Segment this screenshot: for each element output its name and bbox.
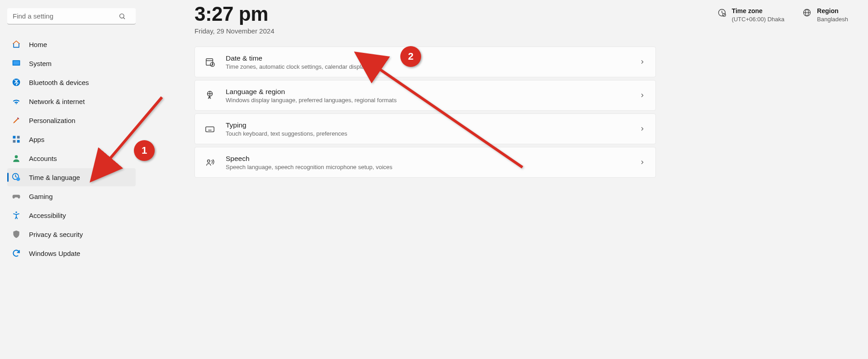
clock-date: Friday, 29 November 2024 [194, 27, 274, 35]
card-sub: Windows display language, preferred lang… [226, 97, 639, 104]
nav-label: Gaming [29, 193, 53, 200]
region-value: Bangladesh [817, 16, 848, 23]
sidebar-item-bluetooth[interactable]: Bluetooth & devices [7, 73, 136, 91]
nav-label: Time & language [29, 174, 80, 181]
bluetooth-icon [12, 78, 21, 87]
wifi-icon [12, 97, 21, 106]
sidebar-item-home[interactable]: Home [7, 35, 136, 53]
svg-rect-17 [206, 59, 213, 66]
svg-point-0 [120, 14, 124, 18]
person-icon [12, 154, 21, 163]
main: 3:27 pm Friday, 29 November 2024 Time zo… [143, 0, 868, 359]
nav-label: Network & internet [29, 98, 85, 105]
card-title: Date & time [226, 54, 639, 62]
nav-label: Accounts [29, 155, 57, 162]
clock: 3:27 pm Friday, 29 November 2024 [194, 4, 274, 35]
speech-icon [205, 157, 215, 167]
sidebar-item-privacy[interactable]: Privacy & security [7, 225, 136, 243]
chevron-right-icon [639, 92, 645, 99]
card-title: Speech [226, 155, 639, 163]
brush-icon [12, 116, 21, 125]
nav-label: Windows Update [29, 250, 80, 257]
sidebar-item-time-language[interactable]: Time & language [7, 168, 136, 186]
svg-rect-3 [13, 61, 19, 65]
shield-icon [12, 230, 21, 239]
header: 3:27 pm Friday, 29 November 2024 Time zo… [194, 4, 848, 35]
language-icon [205, 90, 215, 100]
card-date-time[interactable]: Date & time Time zones, automatic clock … [194, 47, 656, 77]
card-typing[interactable]: Typing Touch keyboard, text suggestions,… [194, 113, 656, 144]
gamepad-icon [12, 192, 21, 201]
nav-label: Home [29, 41, 47, 48]
sidebar-item-system[interactable]: System [7, 54, 136, 72]
timezone-label: Time zone [732, 7, 785, 15]
header-timezone[interactable]: Time zone (UTC+06:00) Dhaka [717, 7, 785, 23]
nav-label: Bluetooth & devices [29, 79, 89, 86]
timezone-value: (UTC+06:00) Dhaka [732, 16, 785, 23]
nav-label: Personalization [29, 117, 76, 124]
card-title: Language & region [226, 88, 639, 96]
region-label: Region [817, 7, 848, 15]
cards: Date & time Time zones, automatic clock … [194, 47, 848, 178]
svg-rect-5 [13, 136, 16, 139]
svg-point-12 [15, 212, 17, 213]
svg-rect-8 [17, 140, 20, 143]
card-language-region[interactable]: Language & region Windows display langua… [194, 80, 656, 111]
sidebar-item-update[interactable]: Windows Update [7, 244, 136, 262]
nav-label: Accessibility [29, 212, 66, 219]
svg-line-1 [123, 18, 125, 19]
chevron-right-icon [639, 126, 645, 132]
nav-label: Apps [29, 136, 44, 143]
svg-rect-20 [206, 127, 214, 132]
clock-time: 3:27 pm [194, 4, 274, 24]
header-region[interactable]: Region Bangladesh [802, 7, 848, 23]
sidebar-item-gaming[interactable]: Gaming [7, 187, 136, 205]
card-speech[interactable]: Speech Speech language, speech recogniti… [194, 147, 656, 178]
search-wrap [7, 8, 136, 24]
annotation-badge-1: 1 [134, 140, 155, 161]
card-sub: Speech language, speech recognition micr… [226, 164, 639, 170]
annotation-badge-2: 2 [400, 46, 421, 67]
sidebar-item-network[interactable]: Network & internet [7, 92, 136, 110]
system-icon [12, 59, 21, 68]
sidebar-item-accounts[interactable]: Accounts [7, 149, 136, 167]
sidebar-item-apps[interactable]: Apps [7, 130, 136, 148]
nav-label: System [29, 60, 52, 67]
svg-point-9 [15, 155, 18, 158]
search-input[interactable] [7, 8, 136, 24]
chevron-right-icon [639, 159, 645, 165]
accessibility-icon [12, 211, 21, 220]
nav: Home System Bluetooth & devices Network … [7, 35, 136, 262]
svg-rect-7 [13, 140, 16, 143]
sidebar: Home System Bluetooth & devices Network … [0, 0, 143, 359]
nav-label: Privacy & security [29, 231, 83, 238]
svg-point-11 [16, 177, 20, 181]
home-icon [12, 40, 21, 49]
sidebar-item-accessibility[interactable]: Accessibility [7, 206, 136, 224]
globe-icon [802, 8, 811, 17]
timezone-icon [717, 8, 726, 17]
search-icon [119, 13, 126, 20]
card-sub: Time zones, automatic clock settings, ca… [226, 63, 639, 70]
svg-point-21 [208, 160, 210, 163]
update-icon [12, 249, 21, 258]
clock-globe-icon [12, 173, 21, 182]
apps-icon [12, 135, 21, 144]
sidebar-item-personalization[interactable]: Personalization [7, 111, 136, 129]
card-title: Typing [226, 121, 639, 129]
chevron-right-icon [639, 59, 645, 65]
header-right: Time zone (UTC+06:00) Dhaka Region Bangl… [717, 4, 848, 23]
calendar-clock-icon [205, 57, 215, 67]
svg-rect-6 [17, 136, 20, 139]
card-sub: Touch keyboard, text suggestions, prefer… [226, 130, 639, 137]
keyboard-icon [205, 124, 215, 134]
